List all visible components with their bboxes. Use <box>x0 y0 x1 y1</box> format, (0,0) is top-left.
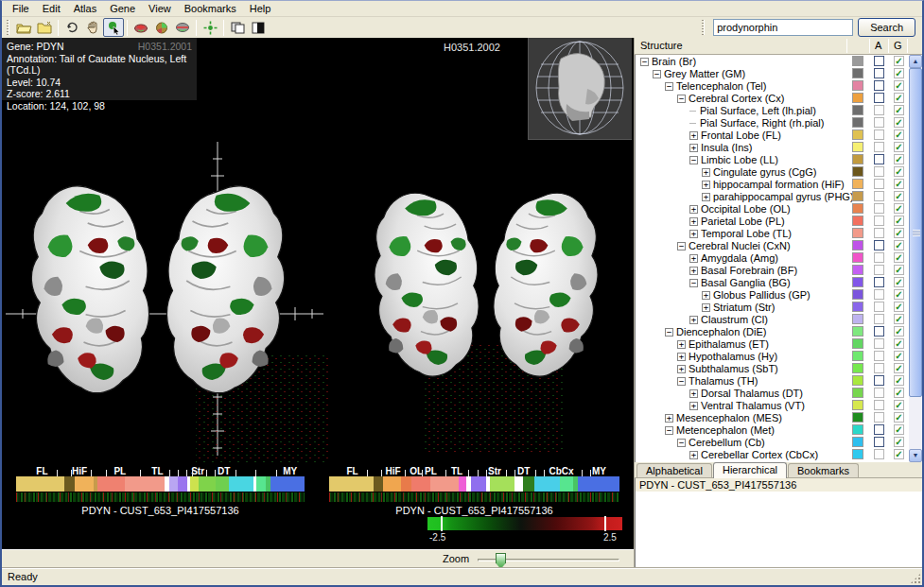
collapse-icon[interactable]: − <box>653 70 661 78</box>
annotation-checkbox[interactable] <box>874 351 884 361</box>
structure-color-swatch[interactable] <box>852 400 863 410</box>
annotation-checkbox[interactable] <box>874 289 884 300</box>
tree-row-label[interactable]: Diencephalon (DiE) <box>676 326 766 337</box>
menu-bookmarks[interactable]: Bookmarks <box>178 2 243 15</box>
tree-row[interactable]: +Amygdala (Amg)✓ <box>636 251 910 264</box>
orientation-inset[interactable] <box>528 38 632 140</box>
collapse-icon[interactable]: − <box>665 82 673 91</box>
expand-icon[interactable]: + <box>689 217 698 226</box>
tree-row[interactable]: +Subthalamus (SbT)✓ <box>636 362 910 374</box>
collapse-icon[interactable]: − <box>640 58 649 66</box>
gene-checkbox[interactable]: ✓ <box>894 117 904 128</box>
menu-atlas[interactable]: Atlas <box>67 2 103 15</box>
tree-row-label[interactable]: Brain (Br) <box>652 56 696 67</box>
tree-row[interactable]: −Limbic Lobe (LL)✓ <box>636 153 910 165</box>
gene-checkbox[interactable]: ✓ <box>894 142 904 152</box>
tree-row-label[interactable]: Pial Surface, Left (lh.pial) <box>700 105 816 116</box>
dual-view-icon[interactable] <box>227 18 248 37</box>
tree-row[interactable]: Pial Surface, Right (rh.pial)✓ <box>636 116 910 129</box>
expand-icon[interactable]: + <box>677 365 686 373</box>
tree-row[interactable]: +Striatum (Str)✓ <box>636 301 910 313</box>
brain-surface-icon[interactable] <box>131 18 151 37</box>
tree-row[interactable]: −Cerebellum (Cb)✓ <box>636 436 910 448</box>
tree-row[interactable]: +Cerebellar Cortex (CbCx)✓ <box>636 448 910 460</box>
structure-color-swatch[interactable] <box>852 166 863 177</box>
gene-checkbox[interactable]: ✓ <box>894 326 904 337</box>
search-input[interactable] <box>713 19 853 36</box>
gene-checkbox[interactable]: ✓ <box>894 302 904 312</box>
tree-row-label[interactable]: Pial Surface, Right (rh.pial) <box>700 117 824 129</box>
tree-row-label[interactable]: parahippocampal gyrus (PHG) <box>713 191 854 202</box>
search-button[interactable]: Search <box>858 18 915 37</box>
collapse-icon[interactable]: − <box>665 426 673 435</box>
tree-row-label[interactable]: Thalamus (TH) <box>689 375 758 387</box>
probe-list[interactable]: PDYN - CUST_653_PI417557136 <box>635 478 922 568</box>
select-icon[interactable] <box>103 18 124 37</box>
center-view-icon[interactable] <box>200 18 220 37</box>
tree-row-label[interactable]: Basal Forebrain (BF) <box>701 265 797 276</box>
annotation-checkbox[interactable] <box>874 105 884 115</box>
structure-color-swatch[interactable] <box>852 129 863 140</box>
tree-row-label[interactable]: Mesencephalon (MES) <box>676 412 782 423</box>
structure-color-swatch[interactable] <box>852 277 863 287</box>
structure-color-swatch[interactable] <box>852 314 863 324</box>
annotation-checkbox[interactable] <box>874 216 884 226</box>
expand-icon[interactable]: + <box>677 353 686 361</box>
gene-checkbox[interactable]: ✓ <box>894 338 904 349</box>
collapse-icon[interactable]: − <box>689 279 698 287</box>
tree-row-label[interactable]: Insula (Ins) <box>701 142 752 153</box>
structure-color-swatch[interactable] <box>852 191 863 201</box>
annotation-checkbox[interactable] <box>874 424 884 435</box>
tree-row[interactable]: −Cerebral Nuclei (CxN)✓ <box>636 239 910 251</box>
structure-color-swatch[interactable] <box>852 351 863 361</box>
tree-row-label[interactable]: Ventral Thalamus (VT) <box>701 400 805 411</box>
gene-checkbox[interactable]: ✓ <box>894 289 904 300</box>
tree-scrollbar[interactable]: ▲ ▼ <box>909 55 922 462</box>
structure-color-swatch[interactable] <box>852 412 863 423</box>
gene-checkbox[interactable]: ✓ <box>894 179 904 189</box>
gene-checkbox[interactable]: ✓ <box>894 351 904 361</box>
structure-color-swatch[interactable] <box>852 252 863 263</box>
brain-viewport[interactable]: Gene: PDYN H0351.2001 Annotation: Tail o… <box>2 38 634 549</box>
gene-checkbox[interactable]: ✓ <box>894 105 904 115</box>
gene-checkbox[interactable]: ✓ <box>894 363 904 373</box>
expand-icon[interactable]: + <box>702 291 710 300</box>
annotation-checkbox[interactable] <box>874 166 884 177</box>
annotation-checkbox[interactable] <box>874 80 884 91</box>
annotation-checkbox[interactable] <box>874 240 884 250</box>
add-folder-icon[interactable] <box>34 18 55 37</box>
tree-row-label[interactable]: Striatum (Str) <box>713 302 775 313</box>
expand-icon[interactable]: + <box>665 414 673 423</box>
annotation-checkbox[interactable] <box>874 56 884 66</box>
structure-color-swatch[interactable] <box>852 228 863 238</box>
tree-row-label[interactable]: Claustrum (Cl) <box>701 314 768 325</box>
expand-icon[interactable]: + <box>702 181 710 189</box>
open-icon[interactable] <box>13 18 34 37</box>
tab-hierarchical[interactable]: Hierarchical <box>713 462 787 478</box>
expand-icon[interactable]: + <box>689 316 698 324</box>
search-gripper[interactable] <box>702 20 705 35</box>
annotation-checkbox[interactable] <box>874 179 884 189</box>
expand-icon[interactable]: + <box>702 193 710 201</box>
tree-row[interactable]: −Thalamus (TH)✓ <box>636 374 910 387</box>
tree-row[interactable]: +parahippocampal gyrus (PHG)✓ <box>636 190 910 202</box>
tree-row[interactable]: +Hypothalamus (Hy)✓ <box>636 350 910 362</box>
expand-icon[interactable]: + <box>689 131 698 140</box>
tree-row-label[interactable]: Globus Pallidus (GP) <box>713 289 811 301</box>
gene-checkbox[interactable]: ✓ <box>894 68 904 78</box>
expand-icon[interactable]: + <box>689 267 698 275</box>
background-toggle-icon[interactable] <box>248 18 269 37</box>
annotation-checkbox[interactable] <box>874 93 884 103</box>
structure-color-swatch[interactable] <box>852 363 863 373</box>
tree-row-label[interactable]: Cerebellum (Cb) <box>689 437 765 448</box>
collapse-icon[interactable]: − <box>689 156 698 164</box>
gene-checkbox[interactable]: ✓ <box>894 203 904 214</box>
tree-row-label[interactable]: hippocampal formation (HiF) <box>713 179 845 190</box>
tree-row[interactable]: +Mesencephalon (MES)✓ <box>636 411 910 423</box>
annotation-checkbox[interactable] <box>874 449 884 459</box>
scroll-up-icon[interactable]: ▲ <box>909 55 922 68</box>
toolbar-gripper[interactable] <box>7 20 9 35</box>
gene-checkbox[interactable]: ✓ <box>894 240 904 250</box>
expand-icon[interactable]: + <box>702 168 710 177</box>
gene-checkbox[interactable]: ✓ <box>894 412 904 423</box>
